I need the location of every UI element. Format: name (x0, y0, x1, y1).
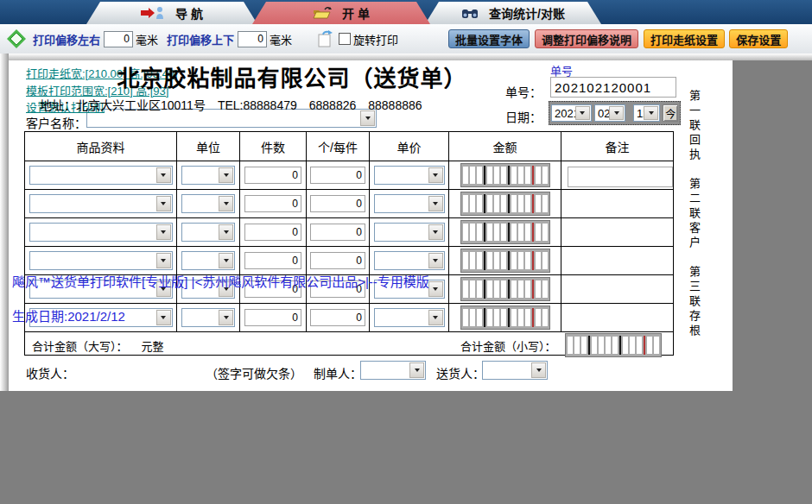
adjust-offset-help-button[interactable]: 调整打印偏移说明 (535, 29, 638, 48)
chevron-down-icon[interactable] (609, 106, 624, 120)
unit-select[interactable] (181, 194, 235, 213)
tab-query-stats[interactable]: 查询统计/对账 (425, 2, 601, 24)
paper-feed-settings-button[interactable]: 打印走纸设置 (644, 29, 725, 48)
per-unit-input[interactable] (310, 167, 365, 184)
product-select[interactable] (29, 223, 173, 242)
tab-navigation[interactable]: 导 航 (86, 2, 257, 24)
unit-select[interactable] (181, 223, 235, 242)
product-select[interactable] (29, 308, 173, 327)
chevron-down-icon[interactable] (428, 167, 443, 183)
chevron-down-icon[interactable] (219, 253, 233, 268)
product-select[interactable] (29, 280, 173, 299)
deliverer-label: 送货人： (436, 364, 485, 381)
quantity-input[interactable] (244, 167, 301, 184)
date-day-select[interactable]: 12 (633, 104, 660, 122)
chevron-down-icon[interactable] (219, 167, 233, 183)
binoculars-icon (461, 7, 479, 19)
quantity-input[interactable] (244, 252, 301, 269)
table-row (25, 190, 673, 218)
table-header-row: 商品资料 单位 件数 个/每件 单价 金额 备注 (25, 132, 673, 161)
chevron-down-icon[interactable] (219, 310, 233, 325)
offset-ud-input[interactable] (238, 31, 267, 47)
unit-select[interactable] (181, 166, 235, 185)
per-unit-input[interactable] (310, 252, 365, 269)
unit-price-select[interactable] (374, 251, 445, 270)
chevron-down-icon[interactable] (156, 167, 171, 183)
amount-grid (460, 163, 550, 187)
chevron-down-icon[interactable] (428, 281, 443, 297)
customer-name-label: 客户名称： (26, 114, 86, 131)
product-select[interactable] (29, 251, 173, 270)
chevron-down-icon[interactable] (156, 253, 171, 268)
per-unit-input[interactable] (310, 195, 365, 212)
unit-select[interactable] (181, 251, 235, 270)
quantity-input[interactable] (244, 195, 301, 212)
per-unit-input[interactable] (310, 224, 365, 241)
offset-lr-input[interactable] (104, 31, 133, 47)
date-label: 日期： (505, 108, 542, 125)
amount-grid (460, 192, 550, 216)
per-unit-input[interactable] (310, 309, 365, 326)
unit-price-select[interactable] (374, 166, 445, 185)
chevron-down-icon[interactable] (156, 196, 171, 211)
chevron-down-icon[interactable] (219, 224, 233, 240)
chevron-down-icon[interactable] (575, 106, 590, 120)
chevron-down-icon[interactable] (531, 362, 546, 378)
today-button[interactable]: 今 (663, 104, 678, 122)
sign-note: （签字可做欠条） (206, 364, 302, 381)
tab-label: 开 单 (342, 4, 370, 22)
col-header-amount: 金额 (449, 132, 561, 161)
unit-select[interactable] (181, 280, 235, 299)
remark-input[interactable] (568, 167, 673, 187)
remark-cell (561, 218, 673, 247)
date-year-select[interactable]: 2021 (551, 104, 592, 122)
amount-grid (460, 277, 550, 301)
quantity-input[interactable] (244, 309, 301, 326)
col-header-unit: 单位 (177, 132, 240, 161)
date-group: 2021 02 12 今 (549, 101, 681, 125)
offset-lr-unit: 毫米 (136, 31, 158, 47)
remark-cell (561, 304, 673, 332)
order-no-input[interactable] (550, 77, 676, 98)
chevron-down-icon[interactable] (156, 224, 171, 240)
tab-label: 查询统计/对账 (489, 4, 565, 22)
total-upper-label: 合计金额（大写）： (32, 340, 128, 353)
chevron-down-icon[interactable] (156, 310, 171, 325)
per-unit-input[interactable] (310, 280, 365, 298)
chevron-down-icon[interactable] (644, 106, 658, 120)
top-bevel-divider (0, 54, 812, 60)
unit-price-select[interactable] (374, 308, 445, 327)
quantity-input[interactable] (244, 280, 301, 298)
chevron-down-icon[interactable] (219, 281, 233, 297)
chevron-down-icon[interactable] (428, 253, 443, 268)
col-header-remark: 备注 (561, 132, 673, 161)
nav-arrow-person-icon (141, 6, 165, 20)
quantity-input[interactable] (244, 224, 301, 241)
product-select[interactable] (29, 194, 173, 213)
col-header-product: 商品资料 (25, 132, 177, 161)
table-row (25, 247, 673, 275)
save-settings-button[interactable]: 保存设置 (729, 29, 788, 48)
chevron-down-icon[interactable] (156, 281, 171, 297)
company-title: 北京胶粘制品有限公司（送货单） (85, 60, 499, 92)
total-lower-label: 合计金额（小写）： (460, 337, 556, 354)
deliverer-select[interactable] (482, 361, 548, 380)
batch-font-button[interactable]: 批量设置字体 (448, 29, 530, 48)
tab-create-order[interactable]: 开 单 (252, 2, 430, 24)
maker-select[interactable] (360, 361, 426, 380)
unit-price-select[interactable] (374, 280, 445, 299)
remark-cell (561, 247, 673, 275)
chevron-down-icon[interactable] (219, 196, 233, 211)
chevron-down-icon[interactable] (409, 362, 424, 378)
tab-label: 导 航 (175, 4, 203, 22)
unit-price-select[interactable] (374, 223, 445, 242)
unit-select[interactable] (181, 308, 235, 327)
date-month-select[interactable]: 02 (594, 104, 625, 122)
unit-price-select[interactable] (374, 194, 445, 213)
product-select[interactable] (29, 166, 173, 185)
chevron-down-icon[interactable] (428, 224, 443, 240)
rotate-print-checkbox[interactable] (339, 33, 351, 45)
table-row (25, 275, 673, 304)
chevron-down-icon[interactable] (428, 310, 443, 325)
chevron-down-icon[interactable] (428, 196, 443, 211)
